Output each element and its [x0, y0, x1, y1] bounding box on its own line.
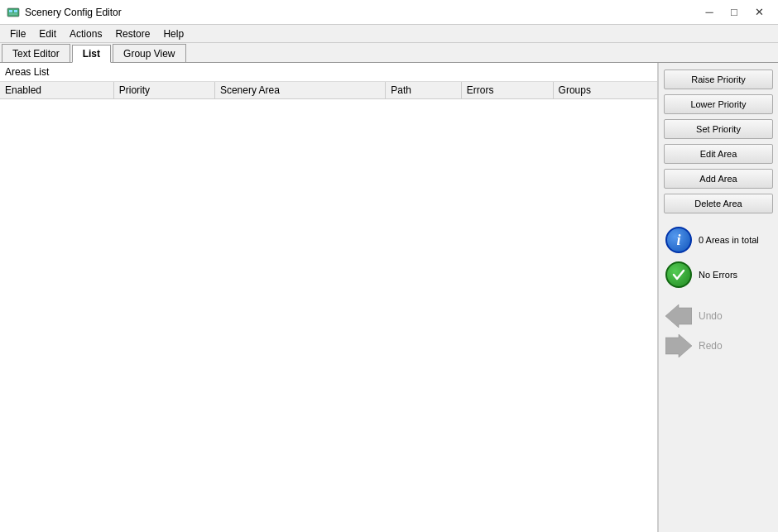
window-controls[interactable]: ─ □ ✕	[697, 2, 771, 23]
col-priority: Priority	[113, 82, 214, 99]
divider-2	[664, 296, 773, 304]
col-scenery-area: Scenery Area	[214, 82, 385, 99]
no-errors-row: No Errors	[664, 261, 773, 288]
left-panel: Areas List EnabledPriorityScenery AreaPa…	[0, 63, 658, 532]
col-enabled: Enabled	[0, 82, 113, 99]
title-bar: Scenery Config Editor ─ □ ✕	[0, 0, 778, 25]
col-errors: Errors	[461, 82, 553, 99]
menu-item-help[interactable]: Help	[156, 26, 190, 41]
no-errors-text: No Errors	[699, 269, 737, 280]
areas-table: EnabledPriorityScenery AreaPathErrorsGro…	[0, 82, 657, 99]
redo-row: Redo	[664, 334, 773, 357]
areas-list-header: Areas List	[0, 63, 657, 82]
check-icon	[665, 261, 692, 288]
menu-bar: FileEditActionsRestoreHelp	[0, 25, 778, 43]
svg-marker-5	[665, 334, 692, 357]
tab-group-view[interactable]: Group View	[113, 44, 185, 62]
main-content: Areas List EnabledPriorityScenery AreaPa…	[0, 63, 778, 532]
set-priority-button[interactable]: Set Priority	[664, 119, 773, 139]
add-area-button[interactable]: Add Area	[664, 169, 773, 189]
svg-rect-2	[14, 10, 17, 12]
menu-item-edit[interactable]: Edit	[32, 26, 63, 41]
menu-item-actions[interactable]: Actions	[63, 26, 108, 41]
right-panel: Raise Priority Lower Priority Set Priori…	[658, 63, 778, 532]
maximize-button[interactable]: □	[722, 2, 747, 23]
undo-label[interactable]: Undo	[699, 310, 723, 322]
areas-total-text: 0 Areas in total	[699, 234, 759, 246]
minimize-button[interactable]: ─	[697, 2, 722, 23]
areas-total-row: i 0 Areas in total	[664, 227, 773, 253]
redo-label[interactable]: Redo	[699, 340, 723, 352]
tab-list[interactable]: List	[72, 45, 111, 63]
undo-arrow-icon	[665, 304, 692, 328]
col-groups: Groups	[553, 82, 657, 99]
svg-rect-1	[9, 10, 12, 12]
menu-item-file[interactable]: File	[3, 26, 32, 41]
checkmark-svg	[671, 267, 686, 282]
edit-area-button[interactable]: Edit Area	[664, 144, 773, 164]
col-path: Path	[386, 82, 461, 99]
delete-area-button[interactable]: Delete Area	[664, 194, 773, 213]
redo-arrow-icon	[665, 334, 692, 357]
app-icon	[7, 6, 20, 19]
lower-priority-button[interactable]: Lower Priority	[664, 94, 773, 114]
title-bar-left: Scenery Config Editor	[7, 6, 122, 19]
close-button[interactable]: ✕	[747, 2, 771, 23]
raise-priority-button[interactable]: Raise Priority	[664, 69, 773, 89]
app-title: Scenery Config Editor	[25, 7, 122, 18]
table-wrapper[interactable]: EnabledPriorityScenery AreaPathErrorsGro…	[0, 82, 657, 532]
tab-text-editor[interactable]: Text Editor	[2, 44, 70, 62]
menu-item-restore[interactable]: Restore	[108, 26, 156, 41]
svg-marker-4	[665, 304, 692, 328]
divider-1	[664, 218, 773, 227]
table-header-row: EnabledPriorityScenery AreaPathErrorsGro…	[0, 82, 657, 99]
tab-bar: Text EditorListGroup View	[0, 43, 778, 63]
info-icon: i	[665, 227, 692, 253]
svg-rect-3	[9, 13, 17, 15]
undo-row: Undo	[664, 304, 773, 328]
